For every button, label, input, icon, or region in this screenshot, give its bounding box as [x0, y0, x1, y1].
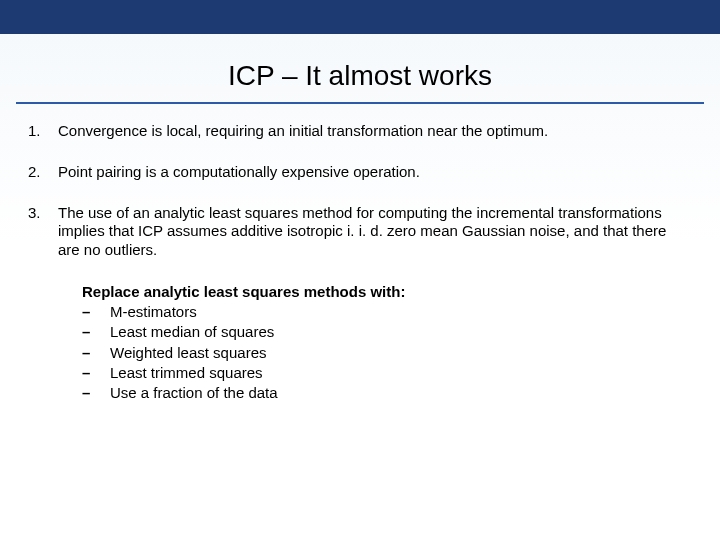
list-item: 2. Point pairing is a computationally ex…	[28, 163, 692, 182]
item-number: 3.	[28, 204, 58, 260]
sub-text: Least median of squares	[110, 322, 274, 342]
item-number: 1.	[28, 122, 58, 141]
sub-text: Least trimmed squares	[110, 363, 263, 383]
list-item: 3. The use of an analytic least squares …	[28, 204, 692, 260]
sub-text: Weighted least squares	[110, 343, 266, 363]
sub-text: Use a fraction of the data	[110, 383, 278, 403]
item-number: 2.	[28, 163, 58, 182]
dash-icon: –	[82, 322, 110, 342]
sub-item: – M-estimators	[82, 302, 692, 322]
slide-title: ICP – It almost works	[0, 60, 720, 92]
item-text: The use of an analytic least squares met…	[58, 204, 692, 260]
top-bar	[0, 0, 720, 34]
dash-icon: –	[82, 383, 110, 403]
slide: ICP – It almost works 1. Convergence is …	[0, 0, 720, 540]
sub-item: – Weighted least squares	[82, 343, 692, 363]
title-rule	[16, 102, 704, 104]
dash-icon: –	[82, 302, 110, 322]
dash-icon: –	[82, 343, 110, 363]
sub-item: – Use a fraction of the data	[82, 383, 692, 403]
sub-item: – Least median of squares	[82, 322, 692, 342]
list-item: 1. Convergence is local, requiring an in…	[28, 122, 692, 141]
replace-heading: Replace analytic least squares methods w…	[82, 282, 692, 302]
item-text: Point pairing is a computationally expen…	[58, 163, 692, 182]
sub-item: – Least trimmed squares	[82, 363, 692, 383]
item-text: Convergence is local, requiring an initi…	[58, 122, 692, 141]
dash-icon: –	[82, 363, 110, 383]
replace-block: Replace analytic least squares methods w…	[82, 282, 692, 404]
slide-body: 1. Convergence is local, requiring an in…	[0, 122, 720, 403]
sub-text: M-estimators	[110, 302, 197, 322]
